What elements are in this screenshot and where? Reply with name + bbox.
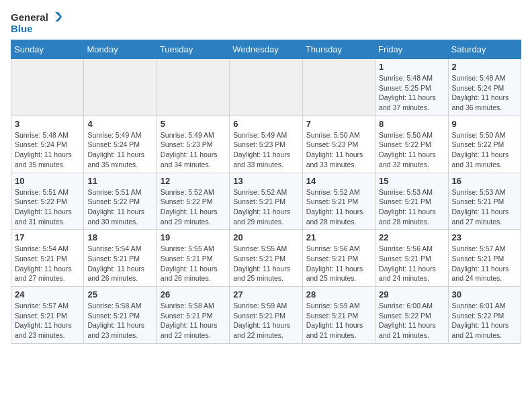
calendar-cell: 7Sunrise: 5:50 AMSunset: 5:23 PMDaylight… [302,116,375,173]
logo-arrow-icon [50,11,62,23]
day-info: Sunrise: 5:58 AMSunset: 5:21 PMDaylight:… [87,301,152,340]
header-friday: Friday [375,40,448,59]
day-info: Sunrise: 5:48 AMSunset: 5:25 PMDaylight:… [379,73,444,113]
day-number: 18 [87,232,152,242]
day-info: Sunrise: 5:51 AMSunset: 5:22 PMDaylight:… [15,187,80,227]
calendar-cell: 3Sunrise: 5:48 AMSunset: 5:24 PMDaylight… [11,116,84,173]
calendar-cell: 15Sunrise: 5:53 AMSunset: 5:21 PMDayligh… [375,173,448,230]
calendar-cell: 2Sunrise: 5:48 AMSunset: 5:24 PMDaylight… [448,59,521,116]
calendar-cell: 21Sunrise: 5:56 AMSunset: 5:21 PMDayligh… [302,230,375,287]
calendar-cell: 29Sunrise: 6:00 AMSunset: 5:22 PMDayligh… [375,287,448,344]
day-number: 13 [233,176,298,186]
day-number: 16 [452,176,517,186]
day-number: 22 [379,232,444,242]
day-number: 27 [233,289,298,300]
calendar-cell [11,59,84,116]
header-sunday: Sunday [11,40,84,59]
calendar-cell [302,59,375,116]
calendar-header-row: SundayMondayTuesdayWednesdayThursdayFrid… [11,40,521,59]
day-info: Sunrise: 5:49 AMSunset: 5:23 PMDaylight:… [161,130,226,170]
day-number: 30 [452,289,517,300]
calendar-cell: 16Sunrise: 5:53 AMSunset: 5:21 PMDayligh… [448,173,521,230]
day-number: 2 [452,62,517,72]
calendar-cell [157,59,229,116]
day-number: 23 [452,232,517,242]
day-info: Sunrise: 5:55 AMSunset: 5:21 PMDaylight:… [233,244,298,283]
calendar-cell: 26Sunrise: 5:58 AMSunset: 5:21 PMDayligh… [157,287,229,344]
logo-general: General [11,11,48,23]
day-number: 3 [15,119,80,129]
day-number: 20 [233,232,298,242]
calendar-cell [230,59,302,116]
day-number: 26 [161,289,226,300]
day-info: Sunrise: 5:52 AMSunset: 5:21 PMDaylight:… [306,187,371,227]
day-number: 28 [306,289,371,300]
day-number: 24 [15,289,80,300]
day-number: 15 [379,176,444,186]
day-number: 14 [306,176,371,186]
day-number: 10 [15,176,80,186]
svg-marker-0 [55,12,62,21]
week-row-3: 10Sunrise: 5:51 AMSunset: 5:22 PMDayligh… [11,173,521,230]
header-thursday: Thursday [302,40,375,59]
calendar-cell: 6Sunrise: 5:49 AMSunset: 5:23 PMDaylight… [230,116,302,173]
calendar-cell: 22Sunrise: 5:56 AMSunset: 5:21 PMDayligh… [375,230,448,287]
day-info: Sunrise: 5:56 AMSunset: 5:21 PMDaylight:… [306,244,371,283]
day-number: 11 [87,176,152,186]
calendar-cell [84,59,157,116]
week-row-4: 17Sunrise: 5:54 AMSunset: 5:21 PMDayligh… [11,230,521,287]
calendar-cell: 8Sunrise: 5:50 AMSunset: 5:22 PMDaylight… [375,116,448,173]
calendar-cell: 4Sunrise: 5:49 AMSunset: 5:24 PMDaylight… [84,116,157,173]
day-info: Sunrise: 5:59 AMSunset: 5:21 PMDaylight:… [233,301,298,340]
calendar-cell: 12Sunrise: 5:52 AMSunset: 5:22 PMDayligh… [157,173,229,230]
day-info: Sunrise: 5:57 AMSunset: 5:21 PMDaylight:… [15,301,80,340]
week-row-2: 3Sunrise: 5:48 AMSunset: 5:24 PMDaylight… [11,116,521,173]
day-info: Sunrise: 5:53 AMSunset: 5:21 PMDaylight:… [379,187,444,227]
day-info: Sunrise: 5:48 AMSunset: 5:24 PMDaylight:… [15,130,80,170]
calendar-cell: 14Sunrise: 5:52 AMSunset: 5:21 PMDayligh… [302,173,375,230]
day-info: Sunrise: 5:58 AMSunset: 5:21 PMDaylight:… [161,301,226,340]
calendar-cell: 17Sunrise: 5:54 AMSunset: 5:21 PMDayligh… [11,230,84,287]
day-info: Sunrise: 5:52 AMSunset: 5:22 PMDaylight:… [161,187,226,227]
week-row-1: 1Sunrise: 5:48 AMSunset: 5:25 PMDaylight… [11,59,521,116]
day-info: Sunrise: 5:51 AMSunset: 5:22 PMDaylight:… [87,187,152,227]
calendar-cell: 24Sunrise: 5:57 AMSunset: 5:21 PMDayligh… [11,287,84,344]
week-row-5: 24Sunrise: 5:57 AMSunset: 5:21 PMDayligh… [11,287,521,344]
calendar-cell: 1Sunrise: 5:48 AMSunset: 5:25 PMDaylight… [375,59,448,116]
day-info: Sunrise: 5:50 AMSunset: 5:22 PMDaylight:… [452,130,517,170]
calendar-cell: 25Sunrise: 5:58 AMSunset: 5:21 PMDayligh… [84,287,157,344]
calendar-cell: 23Sunrise: 5:57 AMSunset: 5:21 PMDayligh… [448,230,521,287]
logo-blue: Blue [11,23,33,34]
header-wednesday: Wednesday [230,40,302,59]
calendar-table: SundayMondayTuesdayWednesdayThursdayFrid… [11,40,521,344]
day-number: 19 [161,232,226,242]
day-number: 5 [161,119,226,129]
calendar-cell: 20Sunrise: 5:55 AMSunset: 5:21 PMDayligh… [230,230,302,287]
calendar-cell: 28Sunrise: 5:59 AMSunset: 5:21 PMDayligh… [302,287,375,344]
day-number: 25 [87,289,152,300]
day-info: Sunrise: 5:50 AMSunset: 5:22 PMDaylight:… [379,130,444,170]
day-number: 17 [15,232,80,242]
calendar-cell: 30Sunrise: 6:01 AMSunset: 5:22 PMDayligh… [448,287,521,344]
day-number: 6 [233,119,298,129]
day-info: Sunrise: 6:00 AMSunset: 5:22 PMDaylight:… [379,301,444,340]
header-saturday: Saturday [448,40,521,59]
calendar-cell: 13Sunrise: 5:52 AMSunset: 5:21 PMDayligh… [230,173,302,230]
calendar-cell: 27Sunrise: 5:59 AMSunset: 5:21 PMDayligh… [230,287,302,344]
day-number: 1 [379,62,444,72]
day-info: Sunrise: 6:01 AMSunset: 5:22 PMDaylight:… [452,301,517,340]
day-number: 21 [306,232,371,242]
logo: General Blue [11,11,62,34]
header-tuesday: Tuesday [157,40,229,59]
day-info: Sunrise: 5:55 AMSunset: 5:21 PMDaylight:… [161,244,226,283]
day-info: Sunrise: 5:48 AMSunset: 5:24 PMDaylight:… [452,73,517,113]
day-info: Sunrise: 5:56 AMSunset: 5:21 PMDaylight:… [379,244,444,283]
day-number: 12 [161,176,226,186]
day-number: 8 [379,119,444,129]
calendar-cell: 18Sunrise: 5:54 AMSunset: 5:21 PMDayligh… [84,230,157,287]
day-number: 7 [306,119,371,129]
calendar-cell: 10Sunrise: 5:51 AMSunset: 5:22 PMDayligh… [11,173,84,230]
page-header: General Blue [11,11,521,34]
day-info: Sunrise: 5:57 AMSunset: 5:21 PMDaylight:… [452,244,517,283]
day-info: Sunrise: 5:53 AMSunset: 5:21 PMDaylight:… [452,187,517,227]
